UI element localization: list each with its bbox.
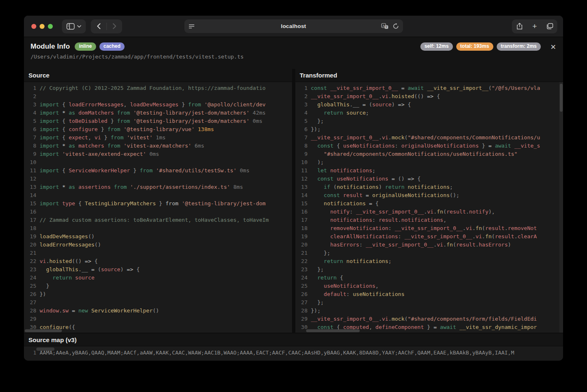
code-line: 15import type { TestingLibraryMatchers }… (24, 200, 292, 208)
chevron-down-icon (77, 25, 81, 28)
code-line: 26}) (24, 290, 292, 298)
code-line: 19 clearAllNotifications: __vite_ssr_imp… (295, 232, 563, 241)
code-line: 22 return notifications; (295, 257, 563, 265)
code-line: 24 return source (24, 274, 292, 282)
code-line: 23 }; (295, 265, 563, 274)
source-code[interactable]: 1// Copyright (C) 2012-2025 Zammad Found… (24, 82, 292, 333)
code-line: 9import 'vitest-axe/extend-expect' 0ms (24, 150, 292, 158)
sourcemap-hscrollbar[interactable] (36, 347, 54, 351)
code-line: 7import { expect, vi } from 'vitest' 1ms (24, 134, 292, 142)
code-line: 18 removeNotification: __vite_ssr_import… (295, 224, 563, 232)
module-info-header: Module Info inlinecached self: 12mstotal… (24, 37, 563, 69)
tab-overview-button[interactable] (542, 23, 557, 29)
source-panel-title: Source (24, 69, 292, 82)
code-line: 2__vite_ssr_import_0__.vi.hoisted(() => … (295, 92, 563, 101)
code-line: 9 "#shared/components/CommonNotification… (295, 150, 563, 158)
code-line: 30configure({ (24, 323, 292, 331)
code-line: 18 (24, 224, 292, 232)
reload-icon[interactable] (393, 23, 399, 29)
code-line: 20 hasErrors: __vite_ssr_import_0__.vi.f… (295, 241, 563, 249)
source-panel: Source 1// Copyright (C) 2012-2025 Zamma… (24, 69, 292, 333)
transformed-panel: Transformed 1const __vite_ssr_import_0__… (295, 69, 563, 333)
transformed-panel-title: Transformed (295, 69, 563, 82)
sourcemap-line-number: 1 (24, 349, 36, 357)
code-line: 27 (24, 298, 292, 307)
code-line: 25 useNotifications, (295, 282, 563, 290)
code-line: 26 default: useNotifications (295, 290, 563, 298)
code-line: 29 (24, 315, 292, 323)
close-icon[interactable]: ✕ (549, 43, 557, 51)
browser-window: localhost A 文 (24, 16, 563, 361)
code-line: 3import { loadErrorMessages, loadDevMess… (24, 101, 292, 109)
code-line: 19loadDevMessages() (24, 232, 292, 241)
code-line: 14 (24, 191, 292, 200)
code-line: 28window.sw = new ServiceWorkerHelper() (24, 307, 292, 315)
sidebar-toggle-button[interactable] (62, 19, 86, 33)
code-line: 20loadErrorMessages() (24, 241, 292, 249)
forward-button[interactable] (107, 19, 122, 33)
svg-text:文: 文 (385, 26, 388, 28)
share-button[interactable] (512, 23, 527, 30)
back-button[interactable] (91, 19, 106, 33)
code-line: 2 (24, 92, 292, 101)
transformed-vscrollbar-thumb[interactable] (560, 84, 563, 112)
code-line: 29__vite_ssr_import_0__.vi.mock("#shared… (295, 315, 563, 323)
module-path: /Users/vladimir/Projects/zammad/app/fron… (31, 54, 556, 60)
transformed-vscrollbar-track[interactable] (559, 82, 563, 333)
code-line: 22vi.hoisted(() => { (24, 257, 292, 265)
code-line: 17 notifications: result.notifications, (295, 216, 563, 224)
badge-cached: cached (99, 42, 125, 51)
code-line: 21 (24, 249, 292, 257)
sourcemap-section: Source map (v3) 1 AAMA;AAeA,yBAAG,QAAQ,M… (24, 333, 563, 361)
page-title: Module Info (31, 42, 70, 51)
timing-total: total: 193ms (456, 42, 493, 51)
code-line: 1const __vite_ssr_import_0__ = await __v… (295, 84, 563, 92)
code-line: 8import * as matchers from 'vitest-axe/m… (24, 142, 292, 150)
module-badges: inlinecached (75, 42, 125, 51)
code-line: 10 (24, 158, 292, 167)
code-line: 16 (24, 208, 292, 216)
code-line: 5import { toBeDisabled } from '@testing-… (24, 117, 292, 125)
sourcemap-line: 1 AAMA;AAeA,yBAAG,QAAQ,MAAM;AACf,aAAW,KA… (24, 346, 563, 357)
source-hscrollbar[interactable] (25, 329, 62, 332)
code-line: 21 }; (295, 249, 563, 257)
code-line: 4import * as domMatchers from '@testing-… (24, 109, 292, 117)
timing-badges: self: 12mstotal: 193mstransform: 2ms (420, 42, 541, 51)
nav-buttons (91, 19, 122, 33)
code-panels: Source 1// Copyright (C) 2012-2025 Zamma… (24, 69, 563, 333)
code-line: 10 ); (295, 158, 563, 167)
sidebar-icon (66, 23, 75, 30)
code-line: 6import { configure } from '@testing-lib… (24, 125, 292, 134)
sourcemap-mappings: AAMA;AAeA,yBAAG,QAAQ,MAAM;AACf,aAAW,KAAK… (36, 349, 514, 357)
code-line: 14 const result = originalUseNotificatio… (295, 191, 563, 200)
translate-icon[interactable]: A 文 (381, 23, 389, 29)
zoom-window-button[interactable] (48, 24, 53, 29)
code-line: 25 } (24, 282, 292, 290)
code-line: 12 (24, 175, 292, 183)
code-line: 15 notifications = { (295, 200, 563, 208)
browser-toolbar: localhost A 文 (24, 16, 563, 37)
transformed-hscrollbar[interactable] (306, 329, 360, 332)
code-line: 1// Copyright (C) 2012-2025 Zammad Found… (24, 84, 292, 92)
new-tab-button[interactable]: + (527, 22, 542, 31)
url-bar[interactable]: localhost A 文 (184, 19, 403, 33)
code-line: 24 return { (295, 274, 563, 282)
transformed-code[interactable]: 1const __vite_ssr_import_0__ = await __v… (295, 82, 563, 333)
code-line: 23 globalThis.__ = (source) => { (24, 265, 292, 274)
code-line: 5 }; (295, 117, 563, 125)
code-line: 28}); (295, 307, 563, 315)
svg-text:A: A (382, 24, 384, 28)
code-line: 13 if (notifications) return notificatio… (295, 183, 563, 191)
code-line: 8 const { useNotifications: originalUseN… (295, 142, 563, 150)
sourcemap-title: Source map (v3) (24, 333, 563, 346)
timing-self: self: 12ms (420, 42, 453, 51)
code-line: 17// Zammad custom assertions: toBeAvata… (24, 216, 292, 224)
minimize-window-button[interactable] (40, 24, 45, 29)
code-line: 11 let notifications; (295, 167, 563, 175)
code-line: 11import { ServiceWorkerHelper } from '#… (24, 167, 292, 175)
code-line: 4 return source; (295, 109, 563, 117)
code-line: 13import * as assertions from './support… (24, 183, 292, 191)
code-line: 6}); (295, 125, 563, 134)
traffic-lights (31, 24, 53, 29)
close-window-button[interactable] (31, 24, 36, 29)
